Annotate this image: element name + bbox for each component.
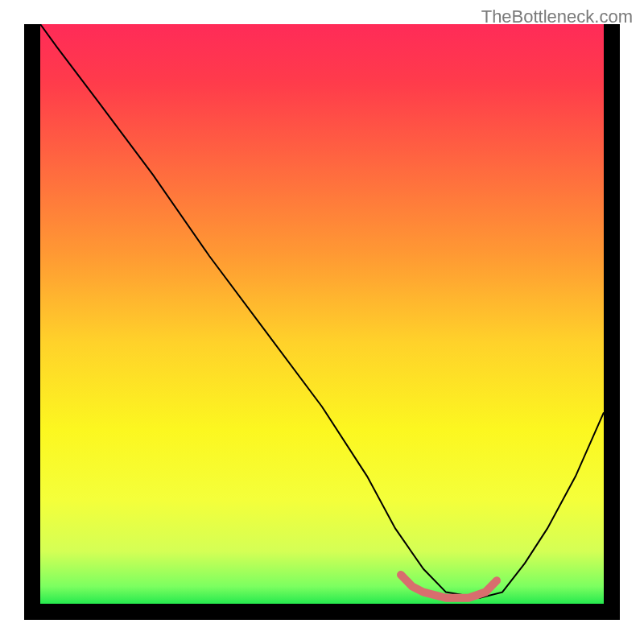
bottleneck-chart [24, 24, 620, 620]
watermark-text: TheBottleneck.com [481, 6, 633, 27]
chart-frame [24, 24, 620, 620]
gradient-background [40, 24, 604, 604]
